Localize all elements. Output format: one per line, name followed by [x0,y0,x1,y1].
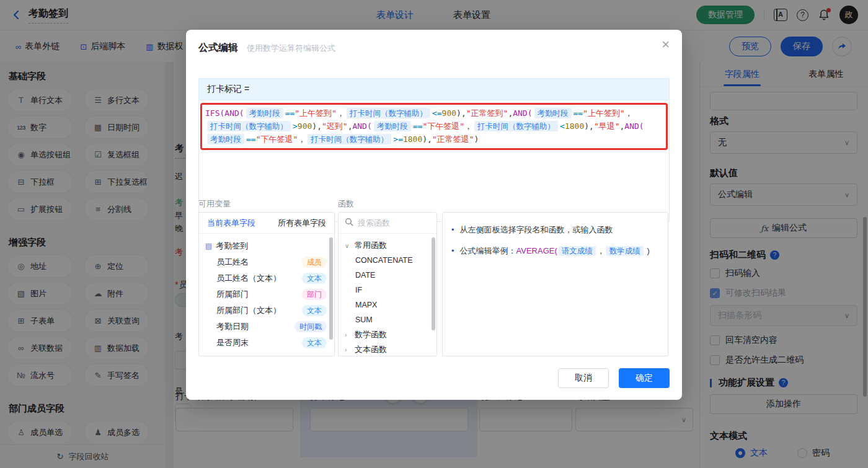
variable-item[interactable]: 所属部门（文本）文本 [199,302,334,319]
search-icon [345,218,353,229]
variable-group[interactable]: ▤考勤签到 [199,238,334,254]
formula-token: AND( [513,108,532,118]
function-item[interactable]: MAPX [339,298,436,312]
variable-item[interactable]: 所属部门部门 [199,286,334,302]
variable-type-badge: 成员 [302,257,327,268]
formula-token: > [293,121,298,131]
formula-token: AVERAGE( [516,246,557,255]
formula-token: ) [474,135,479,144]
formula-token: ， [464,121,472,131]
variable-type-badge: 部门 [302,289,327,300]
functions-label: 函数 [338,198,354,210]
close-icon[interactable]: × [662,38,670,51]
variable-name: 是否周末 [216,337,249,348]
function-item[interactable]: IF [339,283,436,298]
variable-item[interactable]: 是否周末文本 [199,335,334,351]
variable-name: 员工姓名 [216,257,249,268]
help-bullet-text: 从左侧面板选择字段名和函数，或输入函数 [460,223,613,236]
formula-token: 1800 [403,135,422,144]
function-item[interactable]: SUM [339,312,436,327]
formula-token: "正常签退" [432,135,474,144]
formula-edit-modal: 公式编辑 使用数学运算符编辑公式 × IFS(AND(考勤时段=="上午签到"，… [186,30,682,400]
modal-title: 公式编辑 [198,42,238,55]
function-group[interactable]: ›文本函数 [339,342,436,356]
formula-token: "上午签到" [583,108,625,118]
chevron-right-icon: › [345,347,351,353]
variable-item[interactable]: 员工姓名成员 [199,254,334,270]
variable-name: 所属部门（文本） [216,305,281,316]
formula-token: == [413,121,423,131]
functions-panel: ∨常用函数CONCATENATEDATEIFMAPXSUM›数学函数›文本函数 [338,212,437,356]
function-group-label: 文本函数 [355,344,387,355]
bullet-dot: • [451,223,454,236]
function-search-input[interactable] [358,218,426,227]
tab-all-form-fields[interactable]: 所有表单字段 [278,218,326,229]
modal-subtitle: 使用数学运算符编辑公式 [247,43,335,54]
variable-group-label: 考勤签到 [216,241,248,252]
formula-field-chip[interactable]: 考勤时段 [534,108,572,118]
function-group[interactable]: ∨常用函数 [339,238,436,253]
formula-field-chip[interactable]: 考勤时段 [374,121,411,131]
variable-item[interactable]: 考勤日期时间戳 [199,319,334,335]
functions-scrollbar[interactable] [432,237,435,330]
chevron-down-icon: ∨ [345,242,351,249]
form-doc-icon: ▤ [205,242,212,250]
formula-token: < [560,121,565,131]
bullet-dot: • [451,244,454,258]
formula-token: == [574,108,583,118]
app-root: 考勤签到 表单设计 表单设置 数据管理 A ? 政 ∞表单外链⊡后端脚本▥数据权… [0,0,868,468]
variables-list: ▤考勤签到员工姓名成员员工姓名（文本）文本所属部门部门所属部门（文本）文本考勤日… [199,234,334,355]
formula-token: ) [645,246,650,255]
function-search [339,213,436,234]
variables-scrollbar[interactable] [329,237,333,340]
help-bullet: •公式编辑举例：AVERAGE(语文成绩，数学成绩 ) [451,244,659,258]
variable-type-badge: 时间戳 [294,321,327,332]
formula-token: >= [393,135,403,144]
function-group-label: 常用函数 [355,240,387,251]
help-bullet: •从左侧面板选择字段名和函数，或输入函数 [451,223,659,236]
formula-code[interactable]: IFS(AND(考勤时段=="上午签到"，打卡时间（数字辅助）<=900),"正… [199,101,669,151]
formula-field-chip[interactable]: 打卡时间（数字辅助） [474,121,558,131]
formula-token: 从左侧面板选择字段名和函数，或输入函数 [460,225,613,234]
variable-name: 考勤日期 [216,321,249,332]
formula-token: <= [432,108,442,118]
formula-token: ， [298,135,306,144]
variable-name: 员工姓名（文本） [216,273,281,284]
formula-token: ), [456,108,466,118]
formula-token: ， [597,246,605,255]
formula-token: "下午签退" [256,135,298,144]
variable-type-badge: 文本 [302,305,327,316]
formula-field-chip[interactable]: 打卡时间（数字辅助） [308,134,391,144]
formula-token: "上午签到" [294,108,337,118]
formula-token: ), [584,121,594,131]
example-field-chip[interactable]: 数学成绩 [606,246,644,256]
formula-line: 打卡时间（数字辅助）>900),"迟到",AND(考勤时段=="下午签退"，打卡… [205,120,663,133]
formula-target-bar: 打卡标记 = [198,78,670,100]
variables-label: 可用变量 [198,198,231,210]
variable-name: 所属部门 [216,289,249,300]
formula-token: 1800 [565,121,584,131]
function-group[interactable]: ›数学函数 [339,327,436,342]
variables-panel: 当前表单字段 所有表单字段 ▤考勤签到员工姓名成员员工姓名（文本）文本所属部门部… [198,212,335,356]
example-field-chip[interactable]: 语文成绩 [559,246,596,256]
formula-field-chip[interactable]: 打卡时间（数字辅助） [207,121,291,131]
variable-item[interactable]: 员工姓名（文本）文本 [199,270,334,286]
formula-help-panel: •从左侧面板选择字段名和函数，或输入函数•公式编辑举例：AVERAGE(语文成绩… [442,212,668,356]
formula-field-chip[interactable]: 考勤时段 [246,108,283,118]
formula-field-chip[interactable]: 考勤时段 [207,134,244,144]
formula-line: 考勤时段=="下午签退"，打卡时间（数字辅助）>=1800),"正常签退") [205,133,663,146]
formula-token: 公式编辑举例： [460,246,516,255]
formula-token: 900 [298,121,312,131]
chevron-right-icon: › [345,332,351,338]
confirm-button[interactable]: 确定 [619,368,670,388]
function-item[interactable]: DATE [339,268,436,283]
formula-token: "迟到" [322,121,348,131]
formula-field-chip[interactable]: 打卡时间（数字辅助） [347,108,430,118]
function-item[interactable]: CONCATENATE [339,253,436,268]
variable-type-badge: 文本 [302,337,327,348]
formula-token: ， [337,108,345,118]
formula-token: ， [625,108,633,118]
formula-token: 900 [442,108,456,118]
cancel-button[interactable]: 取消 [558,368,609,388]
tab-current-form-fields[interactable]: 当前表单字段 [207,218,255,229]
